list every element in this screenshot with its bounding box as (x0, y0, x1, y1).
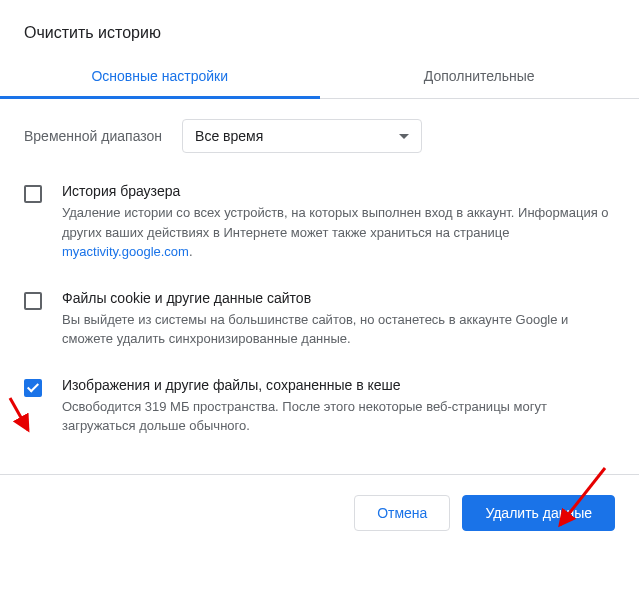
cancel-button[interactable]: Отмена (354, 495, 450, 531)
time-range-label: Временной диапазон (24, 128, 162, 144)
item-desc: Вы выйдете из системы на большинстве сай… (62, 310, 615, 349)
item-browser-history: История браузера Удаление истории со все… (24, 169, 615, 276)
activity-link[interactable]: myactivity.google.com (62, 244, 189, 259)
item-content: История браузера Удаление истории со все… (62, 183, 615, 262)
checkbox-cache[interactable] (24, 379, 42, 397)
checkbox-cookies[interactable] (24, 292, 42, 310)
time-range-row: Временной диапазон Все время (0, 99, 639, 169)
checkbox-browser-history[interactable] (24, 185, 42, 203)
item-title: История браузера (62, 183, 615, 199)
chevron-down-icon (399, 134, 409, 139)
item-title: Файлы cookie и другие данные сайтов (62, 290, 615, 306)
item-title: Изображения и другие файлы, сохраненные … (62, 377, 615, 393)
tabs: Основные настройки Дополнительные (0, 54, 639, 99)
item-cache: Изображения и другие файлы, сохраненные … (24, 363, 615, 450)
time-range-value: Все время (195, 128, 263, 144)
items-list: История браузера Удаление истории со все… (0, 169, 639, 450)
item-cookies: Файлы cookie и другие данные сайтов Вы в… (24, 276, 615, 363)
dialog-footer: Отмена Удалить данные (0, 474, 639, 555)
item-content: Файлы cookie и другие данные сайтов Вы в… (62, 290, 615, 349)
item-desc: Освободится 319 МБ пространства. После э… (62, 397, 615, 436)
tab-basic[interactable]: Основные настройки (0, 54, 320, 98)
clear-data-button[interactable]: Удалить данные (462, 495, 615, 531)
clear-history-dialog: Очистить историю Основные настройки Допо… (0, 0, 639, 555)
tab-advanced[interactable]: Дополнительные (320, 54, 640, 98)
item-desc: Удаление истории со всех устройств, на к… (62, 203, 615, 262)
dialog-title: Очистить историю (0, 0, 639, 54)
time-range-select[interactable]: Все время (182, 119, 422, 153)
item-content: Изображения и другие файлы, сохраненные … (62, 377, 615, 436)
